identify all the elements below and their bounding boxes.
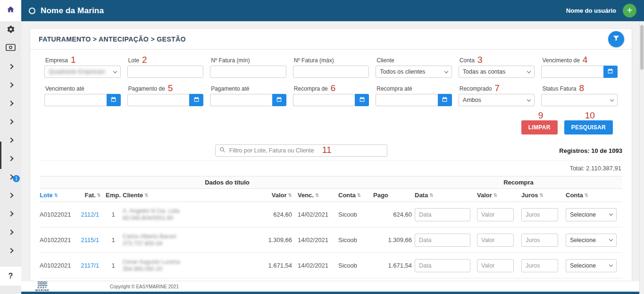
pagamento-ate-calendar-button[interactable] [272,94,286,106]
recompra-ate-calendar-button[interactable] [438,94,452,106]
home-icon [6,5,15,16]
recompra-de-input[interactable] [293,94,355,106]
user-name[interactable]: Nome do usuário [566,7,616,14]
col-conta[interactable]: Conta⇅ [338,192,373,199]
table-search-input[interactable] [228,147,383,154]
scrollbar-thumb[interactable] [640,25,644,70]
invoice-link[interactable]: 2112/1 [76,211,104,218]
invoice-link[interactable]: 2115/1 [76,236,104,244]
annotation-7: 7 [495,84,500,92]
sidebar-item-menu-3[interactable] [0,94,21,112]
sidebar-item-menu-1[interactable] [0,57,21,76]
sidebar-item-menu-4[interactable] [0,112,21,131]
recompra-juros-input[interactable] [521,208,558,221]
col-juros[interactable]: Juros⇅ [521,192,566,199]
sidebar-item-menu-7[interactable]: 1 [0,168,21,186]
calendar-icon [359,96,365,104]
pesquisar-button[interactable]: PESQUISAR [564,120,613,134]
sidebar-item-billing[interactable] [0,39,21,57]
col-venc[interactable]: Venc.⇅ [295,192,338,199]
sort-icon: ⇅ [493,193,497,198]
fatura-max-input[interactable] [293,66,369,78]
filter-toggle-button[interactable] [608,31,624,47]
sidebar-item-home[interactable] [0,0,21,21]
vencimento-ate-input[interactable] [44,94,107,106]
field-recompra-ate: Recompra até [376,84,452,106]
recompra-de-calendar-button[interactable] [355,94,369,106]
field-pagamento-de: Pagamento de5 [127,84,204,106]
chevron-right-icon [8,248,13,253]
recompra-data-input[interactable] [415,234,470,247]
vencimento-ate-calendar-button[interactable] [107,94,121,106]
recomprado-select[interactable]: Ambos [459,94,535,106]
field-lote: Lote2 [127,55,204,78]
conta-select[interactable]: Todas as contas [459,66,535,78]
col-valor-recompra[interactable]: Valor⇅ [477,192,521,199]
group-recompra: Recompra [415,179,622,186]
sort-icon: ⇅ [315,193,319,198]
empresa-select[interactable]: Quadrante Empresarial [44,66,121,78]
col-data[interactable]: Data⇅ [415,192,477,199]
recompra-juros-input[interactable] [521,259,558,272]
cell-pago: 1.309,66 [373,236,415,244]
sidebar-item-settings[interactable] [0,21,21,39]
calendar-icon [276,96,282,104]
field-recompra-de: Recompra de6 [293,84,369,106]
group-dados-titulo: Dados do título [40,179,415,186]
lote-input[interactable] [127,66,204,78]
recompra-data-input[interactable] [415,259,470,272]
sidebar-item-menu-6[interactable] [0,149,21,168]
cliente-nome: A. Angelini N Cia. Ltda [123,208,252,215]
cliente-select[interactable]: Todos os clientes [376,66,452,78]
col-fat[interactable]: Fat.⇅ [76,192,104,199]
sort-icon: ⇅ [357,193,361,198]
cell-valor: 624,60 [252,211,295,218]
recompra-data-input[interactable] [415,208,470,221]
invoice-link[interactable]: 2117/1 [76,262,104,269]
recompra-ate-input[interactable] [376,94,438,106]
sidebar-item-help[interactable]: ? [0,267,21,286]
chevron-down-icon [527,69,531,73]
fatura-min-input[interactable] [210,66,286,78]
status-fatura-select[interactable] [541,94,618,106]
pagamento-de-calendar-button[interactable] [189,94,203,106]
sidebar-item-menu-10[interactable] [0,223,21,241]
col-lote[interactable]: Lote⇅ [40,192,76,199]
limpar-button[interactable]: LIMPAR [521,120,558,134]
vencimento-de-calendar-button[interactable] [603,66,618,78]
total-value: Total: 2.110.387,91 [569,165,621,172]
cell-cliente: A. Angelini N Cia. Ltda 83.048.804/0001-… [123,208,252,222]
pagamento-de-input[interactable] [127,94,190,106]
sidebar-item-menu-8[interactable] [0,186,21,204]
chevron-right-icon [8,101,13,106]
cell-lote: A01022021 [40,211,76,218]
sidebar-item-menu-9[interactable] [0,204,21,223]
recompra-valor-input[interactable] [477,208,514,221]
sort-icon: ⇅ [54,193,58,198]
cell-conta: Sicoob [338,211,373,218]
footer: EASY MARINE Copyright © EASYMARINE 2021 [21,281,644,292]
sidebar-item-menu-2[interactable] [0,76,21,94]
cliente-documento: 373.737.800-34 [123,240,252,247]
col-valor[interactable]: Valor⇅ [252,192,295,199]
filter-actions: 9 LIMPAR 10 PESQUISAR [30,106,632,141]
sort-icon: ⇅ [144,193,148,198]
fatura-max-label: Nº Fatura (máx) [294,57,334,64]
scrollbar-track[interactable] [639,21,644,294]
help-icon: ? [8,272,13,280]
recompra-valor-input[interactable] [477,234,514,247]
recompra-conta-select[interactable]: Selecione [566,234,617,247]
recompra-valor-input[interactable] [477,259,514,272]
recompra-juros-input[interactable] [521,234,558,247]
cell-emp: 1 [104,236,123,244]
sidebar-item-menu-5[interactable] [0,131,21,149]
pagamento-ate-input[interactable] [210,94,272,106]
sidebar-item-menu-11[interactable] [0,241,21,260]
cell-pago: 624,60 [373,211,415,218]
col-cliente[interactable]: Cliente⇅ [123,192,252,199]
recompra-conta-select[interactable]: Selecione [566,259,617,272]
col-conta-recompra[interactable]: Conta⇅ [566,192,622,199]
vencimento-de-input[interactable] [541,66,603,78]
add-button[interactable]: + [623,4,636,17]
recompra-conta-select[interactable]: Selecione [566,208,617,221]
